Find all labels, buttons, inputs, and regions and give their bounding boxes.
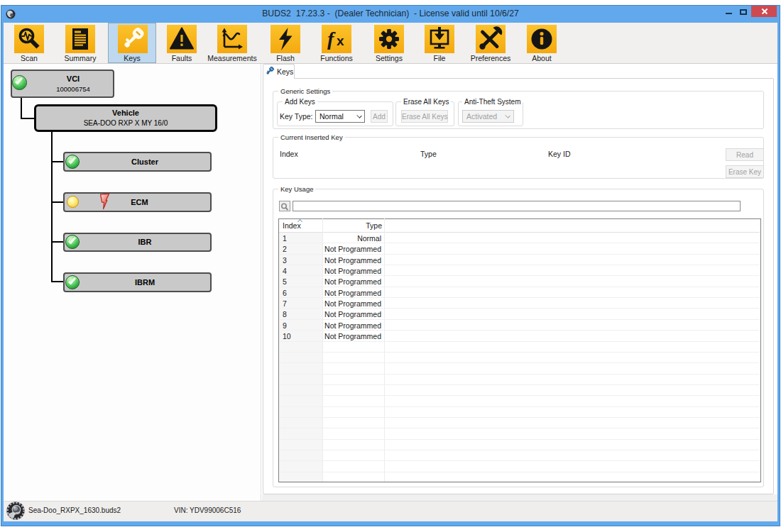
svg-text:x: x [337,33,344,48]
